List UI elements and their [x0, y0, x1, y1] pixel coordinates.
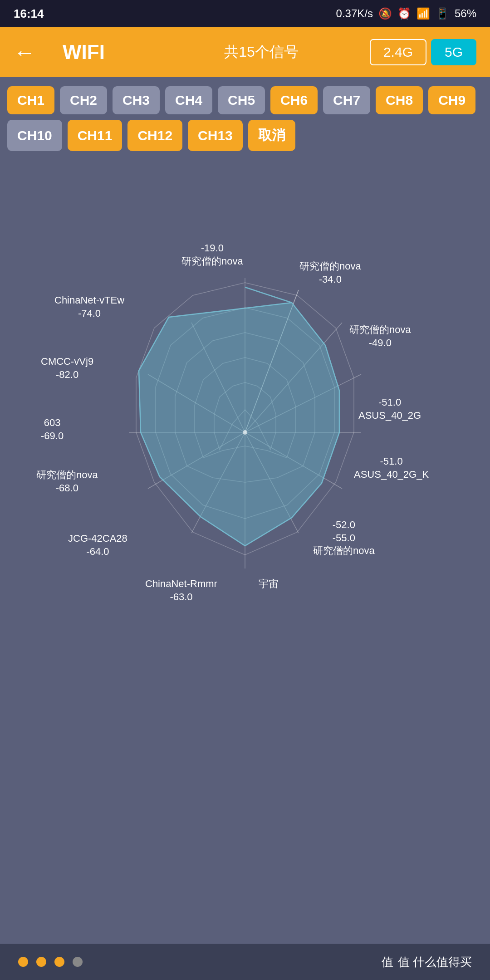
status-time: 16:14 [14, 7, 44, 21]
channel-btn-ch11[interactable]: CH11 [68, 120, 122, 151]
label-top: -19.0 研究僧的nova [181, 242, 243, 268]
dot-1 [18, 957, 28, 967]
freq-5g-button[interactable]: 5G [431, 39, 476, 65]
dot-4 [73, 957, 83, 967]
channel-btn-ch4[interactable]: CH4 [165, 86, 212, 114]
label-bottom-right: -52.0 -55.0 研究僧的nova [313, 519, 375, 558]
brand-name: 值 什么值得买 [398, 954, 472, 970]
status-battery: 56% [455, 7, 476, 20]
label-right: -51.0 ASUS_40_2G [358, 396, 421, 422]
channel-btn-ch10[interactable]: CH10 [7, 120, 62, 151]
radar-chart-area: -19.0 研究僧的nova 研究僧的nova -34.0 研究僧的nova -… [0, 160, 490, 705]
dot-3 [54, 957, 64, 967]
freq-2g-button[interactable]: 2.4G [370, 39, 426, 65]
header: ← WIFI 共15个信号 2.4G 5G [0, 27, 490, 77]
channel-btn-ch6[interactable]: CH6 [270, 86, 318, 114]
label-bottom-left: JCG-42CA28 -64.0 [68, 532, 127, 558]
cancel-button[interactable]: 取消 [248, 120, 295, 151]
channel-btn-ch12[interactable]: CH12 [127, 120, 182, 151]
brand-label: 值 值 什么值得买 [382, 954, 472, 970]
channel-btn-ch2[interactable]: CH2 [60, 86, 107, 114]
label-left-mid: 603 -69.0 [41, 416, 64, 442]
label-right-upper: 研究僧的nova -49.0 [349, 323, 411, 349]
svg-marker-20 [139, 287, 339, 546]
channel-btn-ch13[interactable]: CH13 [188, 120, 243, 151]
label-right-lower: -51.0 ASUS_40_2G_K [354, 455, 429, 481]
channel-btn-ch5[interactable]: CH5 [218, 86, 265, 114]
channel-btn-ch3[interactable]: CH3 [113, 86, 160, 114]
status-mute-icon: 🔕 [378, 7, 392, 20]
status-speed: 0.37K/s [336, 7, 373, 20]
brand-icon: 值 [382, 954, 393, 970]
status-signal-icon: 📱 [436, 7, 449, 20]
radar-container: -19.0 研究僧的nova 研究僧的nova -34.0 研究僧的nova -… [41, 228, 449, 637]
label-left: CMCC-vVj9 -82.0 [41, 355, 93, 381]
bottom-bar: 值 值 什么值得买 [0, 944, 490, 980]
dot-2 [36, 957, 46, 967]
back-button[interactable]: ← [14, 40, 35, 65]
radar-chart [41, 228, 449, 637]
channel-btn-ch9[interactable]: CH9 [428, 86, 475, 114]
channel-filter-area: CH1 CH2 CH3 CH4 CH5 CH6 CH7 CH8 CH9 CH10… [0, 77, 490, 160]
label-top-right: 研究僧的nova -34.0 [299, 260, 361, 286]
label-bottom-center: ChinaNet-Rmmr -63.0 [145, 578, 217, 603]
channel-btn-ch7[interactable]: CH7 [323, 86, 370, 114]
frequency-buttons: 2.4G 5G [370, 39, 476, 65]
channel-btn-ch1[interactable]: CH1 [7, 86, 54, 114]
status-right: 0.37K/s 🔕 ⏰ 📶 📱 56% [336, 7, 476, 20]
status-alarm-icon: ⏰ [397, 7, 411, 20]
label-bottom-center-right: 宇宙 [259, 578, 279, 591]
channel-btn-ch8[interactable]: CH8 [376, 86, 423, 114]
svg-point-21 [243, 430, 247, 435]
page-title: WIFI [63, 41, 153, 64]
status-bar: 16:14 0.37K/s 🔕 ⏰ 📶 📱 56% [0, 0, 490, 27]
label-left-lower: 研究僧的nova -68.0 [36, 469, 98, 495]
signal-count: 共15个信号 [171, 42, 352, 62]
status-wifi-icon: 📶 [416, 7, 430, 20]
label-left-upper: ChinaNet-vTEw -74.0 [54, 294, 124, 320]
bottom-dots [18, 957, 83, 967]
